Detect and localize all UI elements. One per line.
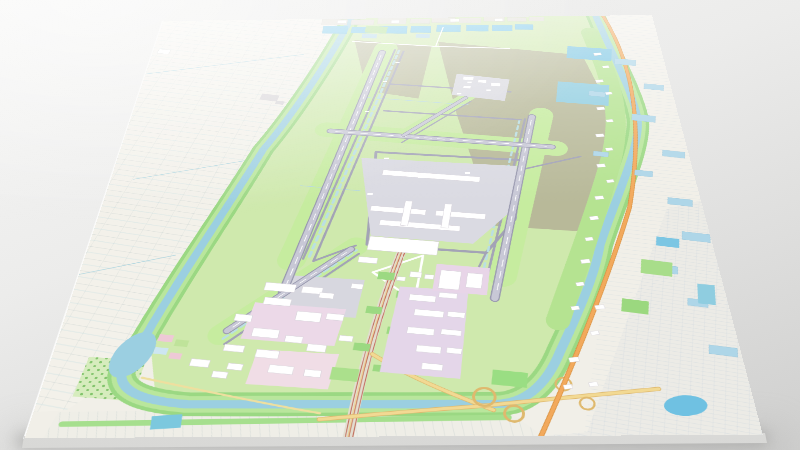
terminal-buildings	[466, 273, 483, 289]
village-buildings	[590, 331, 599, 336]
north-basins-light	[361, 34, 376, 38]
corridor-green	[365, 306, 382, 314]
village-buildings	[589, 382, 599, 387]
village-buildings	[597, 164, 606, 168]
north-basins	[492, 25, 512, 31]
airport-map-canvas	[25, 15, 763, 438]
village-buildings	[605, 92, 612, 95]
map-3d-tile	[25, 15, 763, 438]
east-apron-buildings	[463, 86, 471, 89]
logistics-buildings	[446, 347, 462, 354]
village-buildings	[595, 196, 604, 200]
corridor-green	[377, 272, 395, 281]
village-buildings	[563, 384, 573, 389]
village-buildings	[576, 282, 585, 286]
north-industry-buildings	[459, 18, 481, 23]
corridor-green	[353, 342, 371, 351]
north-basins	[466, 25, 488, 31]
terminal-buildings	[397, 276, 406, 281]
cargo-buildings	[339, 335, 354, 342]
village-buildings	[580, 259, 590, 264]
village-buildings	[569, 357, 580, 363]
village-buildings	[589, 216, 599, 220]
cargo-buildings	[319, 292, 335, 299]
sports-field	[329, 367, 359, 382]
cargo-buildings	[295, 311, 322, 322]
allotment	[157, 334, 174, 342]
north-basins	[515, 24, 533, 29]
north-industry-buildings	[507, 17, 526, 21]
allotment	[174, 339, 190, 347]
cargo-buildings	[306, 344, 327, 353]
aircraft	[465, 172, 470, 174]
north-industry-white	[450, 19, 459, 22]
village-buildings	[606, 179, 614, 183]
north-industry-buildings	[351, 20, 374, 25]
aalsmeer-pond	[697, 284, 716, 305]
north-basins-light	[416, 34, 430, 38]
aircraft	[365, 111, 369, 112]
aircraft	[367, 193, 372, 195]
aircraft	[418, 177, 423, 179]
terminal-buildings	[438, 270, 461, 290]
north-basins	[436, 25, 460, 32]
allotment	[153, 347, 169, 355]
cargo-buildings	[351, 283, 364, 289]
cargo-buildings	[227, 363, 244, 371]
village-buildings	[605, 148, 613, 151]
east-apron-buildings	[491, 83, 501, 87]
cargo-buildings	[234, 314, 253, 322]
village-buildings	[606, 119, 613, 122]
terminal-buildings	[409, 271, 421, 277]
south-strip-pond	[150, 414, 183, 429]
village-buildings	[596, 107, 605, 110]
cargo-buildings	[326, 313, 345, 321]
east-apron-buildings	[463, 76, 474, 80]
north-industry-white	[391, 20, 399, 23]
aircraft	[486, 89, 490, 90]
north-industry-white	[337, 20, 346, 23]
aircraft	[384, 158, 389, 160]
north-industry-buildings	[529, 17, 544, 21]
east-apron-buildings	[478, 80, 487, 83]
aircraft	[395, 62, 399, 63]
village-buildings	[595, 305, 605, 310]
north-basins	[322, 26, 348, 34]
allotment	[168, 352, 182, 359]
cargo-buildings	[284, 335, 303, 343]
terminal-buildings	[424, 274, 434, 279]
cargo-buildings	[303, 369, 321, 377]
village-buildings	[595, 134, 604, 138]
cargo-buildings	[189, 359, 210, 368]
north-industry-white	[495, 19, 503, 22]
aircraft	[467, 82, 471, 83]
north-basins	[411, 26, 431, 32]
village-buildings	[602, 65, 609, 68]
cargo-buildings	[211, 371, 228, 379]
aircraft	[457, 93, 461, 94]
studio-scene	[0, 0, 800, 450]
village-buildings	[571, 306, 580, 310]
sports-field	[364, 26, 387, 34]
north-industry-buildings	[410, 19, 430, 24]
aircraft	[383, 81, 387, 82]
village-buildings	[585, 237, 593, 241]
